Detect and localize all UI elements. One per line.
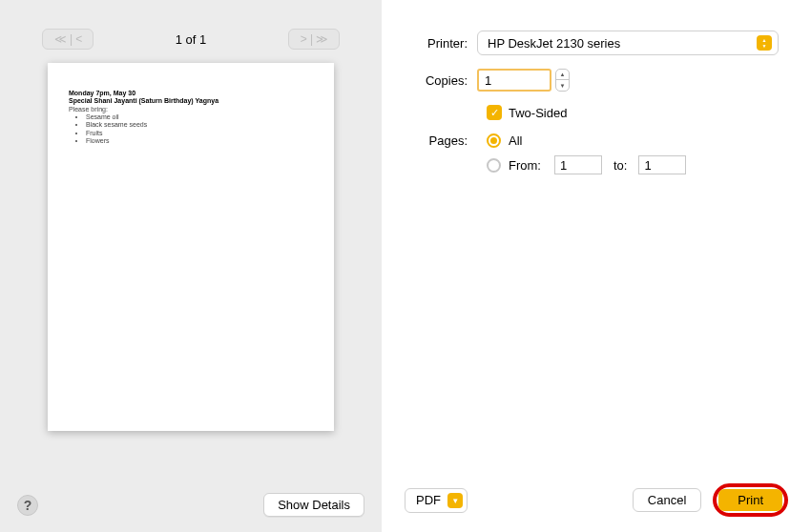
pages-all-label: All (509, 133, 522, 148)
pages-from-label: From: (509, 158, 541, 173)
help-button[interactable]: ? (17, 495, 38, 516)
print-button[interactable]: Print (718, 489, 782, 511)
select-arrows-icon (757, 35, 772, 51)
copies-label: Copies: (382, 73, 477, 88)
page-preview: Monday 7pm, May 30 Special Shani Jayanti… (48, 63, 334, 431)
pages-from-radio[interactable] (487, 158, 501, 173)
pages-label: Pages: (382, 133, 477, 148)
settings-panel: Printer: HP DeskJet 2130 series Copies: … (382, 0, 811, 532)
cancel-button[interactable]: Cancel (633, 488, 701, 512)
two-sided-checkbox[interactable] (487, 105, 502, 120)
nav-next-icon: > (299, 32, 308, 46)
preview-bullet: Fruits (86, 130, 313, 137)
copies-stepper[interactable]: ▲ ▼ (555, 69, 570, 92)
pdf-arrow-icon (447, 493, 463, 508)
action-buttons: Cancel Print (633, 483, 788, 517)
two-sided-row: Two-Sided (477, 105, 811, 120)
form-content: Printer: HP DeskJet 2130 series Copies: … (382, 0, 811, 188)
nav-next-group[interactable]: > | ≫ (288, 29, 340, 50)
nav-first-icon: ≪ (52, 32, 68, 46)
copies-row: Copies: ▲ ▼ (382, 69, 811, 92)
copies-input[interactable] (477, 69, 551, 92)
preview-line2: Special Shani Jayanti (Saturn Birthday) … (69, 97, 313, 104)
pages-all-radio[interactable] (487, 133, 501, 148)
pages-to-label: to: (613, 158, 627, 173)
show-details-button[interactable]: Show Details (263, 493, 364, 517)
pdf-label: PDF (416, 493, 441, 507)
printer-select[interactable]: HP DeskJet 2130 series (477, 31, 779, 55)
preview-bullet: Black sesame seeds (86, 121, 313, 129)
pages-from-input[interactable] (554, 155, 602, 174)
nav-last-icon: ≫ (314, 32, 329, 46)
pages-from-row: From: to: (477, 155, 811, 174)
two-sided-label: Two-Sided (509, 106, 567, 120)
preview-bullet: Sesame oil (86, 113, 313, 121)
nav-prev-icon: < (73, 32, 83, 46)
preview-panel: ≪ | < 1 of 1 > | ≫ Monday 7pm, May 30 Sp… (0, 0, 382, 532)
pages-to-input[interactable] (638, 155, 686, 174)
stepper-down-icon[interactable]: ▼ (556, 80, 569, 91)
preview-line1: Monday 7pm, May 30 (69, 90, 313, 96)
pages-row: Pages: All (382, 133, 811, 148)
printer-value: HP DeskJet 2130 series (488, 36, 620, 51)
right-bottom-row: PDF Cancel Print (382, 483, 811, 517)
preview-list: Sesame oil Black sesame seeds Fruits Flo… (86, 113, 313, 146)
preview-line3: Please bring: (69, 106, 313, 113)
preview-bullet: Flowers (86, 137, 313, 145)
printer-label: Printer: (382, 36, 477, 51)
nav-row: ≪ | < 1 of 1 > | ≫ (0, 0, 382, 63)
print-highlight: Print (713, 483, 788, 517)
printer-row: Printer: HP DeskJet 2130 series (382, 31, 811, 55)
pdf-button[interactable]: PDF (405, 488, 468, 513)
left-bottom-row: ? Show Details (0, 493, 382, 517)
nav-prev-group[interactable]: ≪ | < (42, 29, 94, 50)
page-indicator: 1 of 1 (176, 32, 207, 47)
stepper-up-icon[interactable]: ▲ (556, 70, 569, 80)
